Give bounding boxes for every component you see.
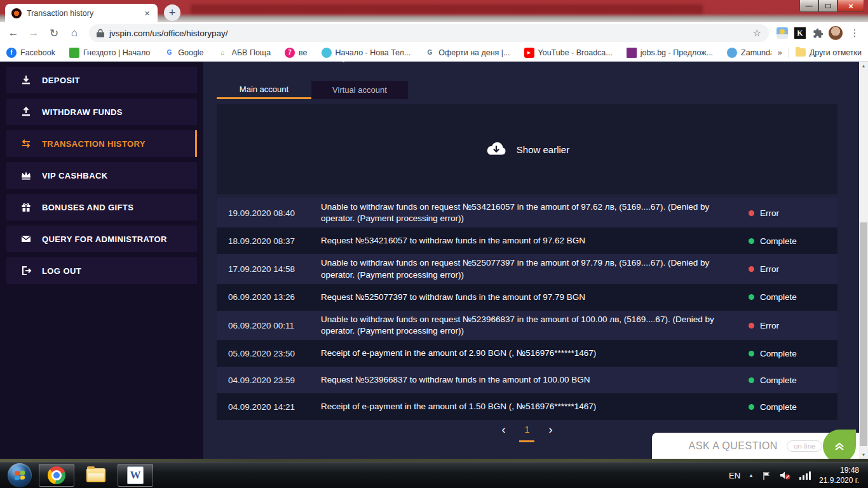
- table-row[interactable]: 05.09.2020 23:50 Receipt of e-payment in…: [217, 340, 837, 367]
- youtube-icon: ▶: [524, 48, 534, 58]
- status-label: Complete: [760, 349, 797, 358]
- system-tray: EN ▲ 19:48 21.9.2020 г.: [729, 465, 865, 485]
- table-row[interactable]: 17.09.2020 14:58 Unable to withdraw fund…: [217, 254, 837, 283]
- bookmark-abv[interactable]: ⌂АБВ Поща: [218, 48, 271, 58]
- txn-description: Receipt of e-payment in the amount of 1.…: [321, 401, 749, 412]
- scroll-up-icon[interactable]: ▲: [862, 62, 866, 70]
- clock[interactable]: 19:48 21.9.2020 г.: [819, 465, 859, 485]
- bookmark-nova[interactable]: Начало - Нова Тел...: [322, 48, 411, 58]
- other-bookmarks[interactable]: Други отметки: [796, 48, 862, 57]
- network-signal-icon[interactable]: [799, 471, 811, 480]
- bookmark-zamunda[interactable]: Zamunda.NET: [727, 48, 771, 58]
- taskbar: W EN ▲ 19:48 21.9.2020 г.: [0, 462, 868, 488]
- bookmark-youtube[interactable]: ▶YouTube - Broadca...: [524, 48, 613, 58]
- browser-toolbar: ← → ↻ ⌂ jvspin.com/us/office/historypay/…: [0, 22, 868, 44]
- status-label: Error: [760, 264, 779, 274]
- bookmark-google[interactable]: GGoogle: [164, 48, 203, 58]
- table-row[interactable]: 04.09.2020 23:59 Request №523966837 to w…: [217, 367, 837, 393]
- tab-main-account[interactable]: Main account: [217, 81, 311, 99]
- chat-toggle-button[interactable]: [823, 430, 856, 459]
- tab-close-icon[interactable]: ×: [143, 8, 151, 18]
- withdraw-icon: [20, 106, 32, 118]
- table-row[interactable]: 06.09.2020 00:11 Unable to withdraw fund…: [217, 311, 837, 340]
- language-indicator[interactable]: EN: [729, 471, 740, 480]
- bookmark-ve[interactable]: 7ве: [285, 48, 307, 58]
- scrollbar-thumb[interactable]: [860, 222, 867, 446]
- offers-icon: G: [424, 48, 435, 58]
- sidebar-menu: DEPOSIT WITHDRAW FUNDS TRANSACTION HISTO…: [6, 67, 197, 284]
- txn-date: 06.09.2020 13:26: [217, 292, 321, 302]
- k-extension-icon[interactable]: K: [793, 26, 807, 40]
- status-dot: [749, 377, 754, 383]
- taskbar-chrome[interactable]: [39, 464, 74, 487]
- reload-icon[interactable]: ↻: [46, 25, 62, 41]
- taskbar-explorer[interactable]: [78, 464, 114, 487]
- taskbar-word[interactable]: W: [118, 464, 153, 487]
- bookmark-facebook[interactable]: fFacebook: [6, 48, 55, 58]
- bookmarks-overflow-icon[interactable]: »: [778, 48, 782, 57]
- seven-icon: 7: [285, 48, 295, 58]
- txn-status: Complete: [749, 402, 837, 412]
- browser-tab[interactable]: Transaction history ×: [5, 4, 158, 22]
- sidebar-item-query-admin[interactable]: QUERY FOR ADMINISTRATOR: [6, 226, 197, 252]
- close-button[interactable]: ×: [837, 0, 864, 12]
- chat-online-badge: on-line: [787, 440, 823, 452]
- pagination-page-1[interactable]: 1: [525, 424, 530, 435]
- table-row[interactable]: 06.09.2020 13:26 Request №525077397 to w…: [217, 284, 837, 311]
- home-icon[interactable]: ⌂: [66, 25, 83, 41]
- extensions-puzzle-icon[interactable]: [811, 26, 825, 40]
- bookmark-jobsbg[interactable]: jobs.bg - Предлож...: [627, 48, 713, 58]
- bookmark-star-icon[interactable]: ☆: [753, 27, 761, 39]
- tray-expand-icon[interactable]: ▲: [749, 473, 754, 478]
- txn-date: 04.09.2020 14:21: [217, 402, 321, 412]
- action-center-flag-icon[interactable]: [762, 471, 771, 480]
- sidebar-item-transaction-history[interactable]: TRANSACTION HISTORY: [6, 130, 197, 157]
- back-icon[interactable]: ←: [5, 25, 22, 41]
- sidebar-item-logout[interactable]: LOG OUT: [6, 257, 197, 284]
- nova-icon: [322, 48, 332, 58]
- status-dot: [749, 323, 754, 329]
- maximize-button[interactable]: [818, 0, 837, 12]
- bookmark-gnezdoto[interactable]: Гнездото | Начало: [69, 48, 150, 58]
- new-tab-button[interactable]: +: [164, 4, 180, 21]
- page-scrollbar[interactable]: ▲ ▼: [859, 62, 868, 459]
- volume-muted-icon[interactable]: [780, 470, 791, 480]
- status-label: Complete: [760, 292, 797, 302]
- bookmarks-right: » Други отметки: [771, 48, 862, 58]
- weather-extension-icon[interactable]: [775, 26, 789, 40]
- show-earlier-button[interactable]: Show earlier: [485, 141, 569, 158]
- status-label: Complete: [760, 376, 797, 385]
- page-content: DEPOSIT WITHDRAW FUNDS TRANSACTION HISTO…: [0, 62, 868, 459]
- pagination-next-icon[interactable]: ›: [548, 424, 552, 435]
- pagination-prev-icon[interactable]: ‹: [502, 424, 506, 435]
- sidebar-item-deposit[interactable]: DEPOSIT: [6, 67, 197, 93]
- forward-icon[interactable]: →: [25, 25, 42, 41]
- start-button[interactable]: [8, 463, 32, 487]
- table-row[interactable]: 19.09.2020 08:40 Unable to withdraw fund…: [217, 198, 837, 227]
- sidebar-item-vip-cashback[interactable]: VIP CASHBACK: [6, 162, 197, 189]
- url-text[interactable]: jvspin.com/us/office/historypay/: [109, 29, 748, 38]
- divider: [789, 48, 789, 58]
- tab-virtual-account[interactable]: Virtual account: [311, 81, 408, 99]
- sidebar-item-bonuses[interactable]: BONUSES AND GIFTS: [6, 194, 197, 220]
- table-row[interactable]: 04.09.2020 14:21 Receipt of e-payment in…: [217, 393, 837, 420]
- url-bar[interactable]: jvspin.com/us/office/historypay/ ☆: [89, 24, 769, 42]
- sidebar-item-withdraw[interactable]: WITHDRAW FUNDS: [6, 98, 197, 125]
- txn-description: Receipt of e-payment in the amount of 2.…: [321, 348, 749, 359]
- table-row[interactable]: 18.09.2020 08:37 Request №534216057 to w…: [217, 227, 837, 254]
- site-favicon: [11, 8, 22, 18]
- scroll-down-icon[interactable]: ▼: [862, 451, 866, 459]
- windows-logo-icon: [15, 470, 25, 480]
- txn-status: Error: [749, 321, 837, 330]
- profile-avatar[interactable]: [829, 26, 843, 40]
- chrome-icon: [48, 466, 65, 484]
- browser-menu-icon[interactable]: ⋮: [846, 25, 863, 41]
- facebook-icon: f: [6, 48, 17, 58]
- txn-status: Error: [749, 264, 837, 274]
- chat-label: ASK A QUESTION: [689, 440, 778, 452]
- show-earlier-label: Show earlier: [517, 144, 569, 155]
- bookmark-oferti[interactable]: GОферти на деня |...: [424, 48, 510, 58]
- status-label: Complete: [760, 236, 797, 246]
- google-icon: G: [164, 48, 174, 58]
- minimize-button[interactable]: —: [799, 0, 818, 12]
